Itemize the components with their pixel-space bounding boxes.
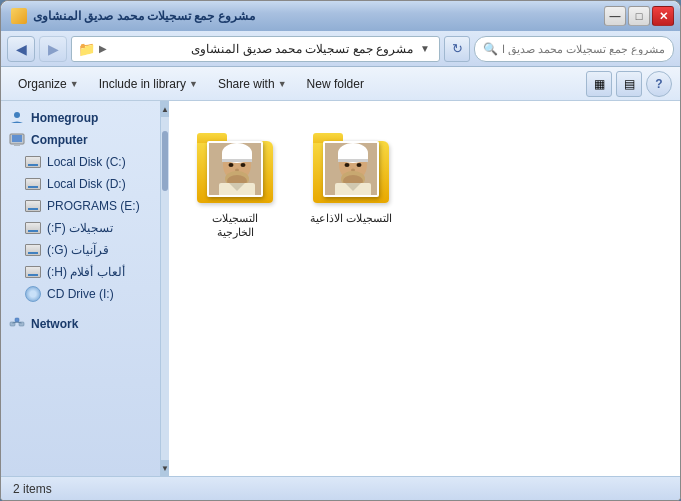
forward-button[interactable]: ▶ [39,36,67,62]
sidebar-item-homegroup[interactable]: Homegroup [1,107,160,129]
svg-point-15 [241,163,246,167]
address-breadcrumb: مشروع جمع تسجيلات محمد صديق المنشاوى [111,42,413,56]
share-with-label: Share with [218,77,275,91]
sidebar-item-quran-g[interactable]: قرآنيات (G:) [1,239,160,261]
folder-photo-1 [207,141,263,197]
quran-g-label: قرآنيات (G:) [47,243,109,257]
folder-photo-2 [323,141,379,197]
homegroup-icon [9,110,25,126]
organize-chevron: ▼ [70,79,79,89]
folder-thumb-1 [195,125,275,205]
back-button[interactable]: ◀ [7,36,35,62]
new-folder-button[interactable]: New folder [298,71,373,97]
drive-e-icon [25,198,41,214]
local-c-label: Local Disk (C:) [47,155,126,169]
folder-item-2[interactable]: التسجيلات الاذاعية [301,117,401,248]
address-dropdown-arrow[interactable]: ▼ [417,43,433,54]
title-bar-left: مشروع جمع تسجيلات محمد صديق المنشاوى [11,8,255,24]
cd-i-label: CD Drive (I:) [47,287,114,301]
svg-rect-2 [12,135,22,142]
share-with-chevron: ▼ [278,79,287,89]
minimize-button[interactable]: — [604,6,626,26]
local-d-label: Local Disk (D:) [47,177,126,191]
search-box[interactable]: 🔍 [474,36,674,62]
search-input[interactable] [502,43,665,55]
homegroup-label: Homegroup [31,111,98,125]
scroll-down-arrow[interactable]: ▼ [161,460,169,476]
sidebar: Homegroup Computer Local Disk (C [1,101,161,476]
svg-point-14 [229,163,234,167]
computer-icon [9,132,25,148]
network-label: Network [31,317,78,331]
help-button[interactable]: ? [646,71,672,97]
new-folder-label: New folder [307,77,364,91]
title-bar: مشروع جمع تسجيلات محمد صديق المنشاوى — □… [1,1,680,31]
title-controls: — □ ✕ [604,6,674,26]
main-content: Homegroup Computer Local Disk (C [1,101,680,476]
title-icon [11,8,27,24]
sidebar-item-games-h[interactable]: ألعاب أفلام (H:) [1,261,160,283]
view-icon: ▦ [594,77,605,91]
scroll-up-arrow[interactable]: ▲ [161,101,169,117]
refresh-icon: ↻ [452,41,463,56]
sidebar-item-computer[interactable]: Computer [1,129,160,151]
drive-h-icon [25,264,41,280]
include-library-label: Include in library [99,77,186,91]
address-folder-icon: 📁 [78,41,95,57]
sidebar-item-local-d[interactable]: Local Disk (D:) [1,173,160,195]
svg-point-26 [357,163,362,167]
include-library-button[interactable]: Include in library ▼ [90,71,207,97]
folder-label-2: التسجيلات الاذاعية [310,211,392,225]
svg-point-25 [345,163,350,167]
organize-button[interactable]: Organize ▼ [9,71,88,97]
svg-rect-3 [14,144,20,146]
share-with-button[interactable]: Share with ▼ [209,71,296,97]
address-bar: ◀ ▶ 📁 ▶ مشروع جمع تسجيلات محمد صديق المن… [1,31,680,67]
item-count: 2 items [13,482,52,496]
address-box[interactable]: 📁 ▶ مشروع جمع تسجيلات محمد صديق المنشاوى… [71,36,440,62]
explorer-window: مشروع جمع تسجيلات محمد صديق المنشاوى — □… [0,0,681,501]
maximize-button[interactable]: □ [628,6,650,26]
folder-item-1[interactable]: التسجيلات الخارجية [185,117,285,248]
sidebar-item-local-c[interactable]: Local Disk (C:) [1,151,160,173]
drive-f-icon [25,220,41,236]
layout-icon: ▤ [624,77,635,91]
include-library-chevron: ▼ [189,79,198,89]
close-button[interactable]: ✕ [652,6,674,26]
tsjilat-f-label: تسجيلات (F:) [47,221,113,235]
cd-icon [25,286,41,302]
view-button[interactable]: ▦ [586,71,612,97]
organize-label: Organize [18,77,67,91]
address-arrow: ▶ [99,43,107,54]
drive-g-icon [25,242,41,258]
toolbar-right: ▦ ▤ ? [586,71,672,97]
scroll-thumb[interactable] [162,131,168,191]
forward-icon: ▶ [48,41,59,57]
sidebar-item-programs-e[interactable]: PROGRAMS (E:) [1,195,160,217]
folder-label-1: التسجيلات الخارجية [193,211,277,240]
sidebar-item-network[interactable]: Network [1,313,160,335]
folder-thumb-2 [311,125,391,205]
sidebar-item-cd-i[interactable]: CD Drive (I:) [1,283,160,305]
sidebar-item-tsjilat-f[interactable]: تسجيلات (F:) [1,217,160,239]
file-area: التسجيلات الخارجية [169,101,680,476]
svg-point-0 [14,112,20,118]
back-icon: ◀ [16,41,27,57]
search-icon: 🔍 [483,42,498,56]
status-bar: 2 items [1,476,680,500]
games-h-label: ألعاب أفلام (H:) [47,265,125,279]
drive-d-icon [25,176,41,192]
network-icon [9,316,25,332]
layout-button[interactable]: ▤ [616,71,642,97]
sidebar-scrollbar[interactable]: ▲ ▼ [161,101,169,476]
window-title: مشروع جمع تسجيلات محمد صديق المنشاوى [33,9,255,23]
refresh-button[interactable]: ↻ [444,36,470,62]
svg-rect-5 [15,318,19,322]
computer-label: Computer [31,133,88,147]
svg-rect-24 [338,159,368,162]
toolbar: Organize ▼ Include in library ▼ Share wi… [1,67,680,101]
drive-c-icon [25,154,41,170]
programs-e-label: PROGRAMS (E:) [47,199,140,213]
svg-rect-13 [222,159,252,162]
